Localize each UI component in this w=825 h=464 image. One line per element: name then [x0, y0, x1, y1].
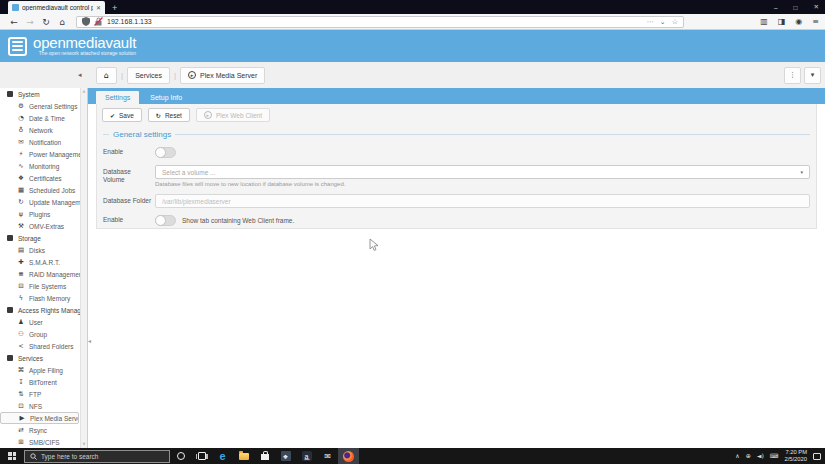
sidebar-item[interactable]: ⇄ Rsync	[0, 424, 87, 436]
database-volume-select[interactable]: Select a volume ... ▾	[155, 165, 810, 179]
browser-home-icon[interactable]: ⌂	[54, 17, 70, 27]
reload-icon[interactable]: ↻	[38, 17, 54, 27]
sidebar-item[interactable]: ▦ Scheduled Jobs	[0, 184, 87, 196]
sidebar-item[interactable]: ⚡ Power Management	[0, 148, 87, 160]
store-button[interactable]	[254, 448, 275, 464]
sidebar-item[interactable]: ↻ Update Management	[0, 196, 87, 208]
address-bar[interactable]: 192.168.1.133 ⋯ ⌄ ☆	[76, 16, 684, 28]
library-icon[interactable]: ▥	[760, 17, 768, 26]
general-settings-fieldset: General settings Enable Database Volume …	[97, 126, 816, 233]
edge-button[interactable]: e	[212, 448, 233, 464]
network-icon: ♁	[17, 127, 25, 134]
account-icon[interactable]: ◉	[795, 17, 802, 26]
sidebar-item[interactable]: ⚒ OMV-Extras	[0, 220, 87, 232]
reset-button[interactable]: ↻ Reset	[148, 108, 190, 122]
sidebar-splitter-handle[interactable]: ◂	[88, 338, 91, 344]
sidebar-item[interactable]: ϟ Flash Memory	[0, 292, 87, 304]
plex-web-client-button[interactable]: ▸ Plex Web Client	[196, 108, 270, 122]
pocket-icon[interactable]: ⌄	[660, 18, 666, 26]
save-button[interactable]: ✔ Save	[102, 108, 142, 122]
envelope-icon: ✉	[17, 139, 25, 146]
bookmark-star-icon[interactable]: ☆	[672, 18, 678, 26]
forward-icon[interactable]: →	[22, 17, 38, 27]
sidebar-item[interactable]: Access Rights Management	[0, 304, 87, 316]
scroll-up-icon[interactable]: ˄	[83, 89, 86, 95]
amazon-button[interactable]: a	[296, 448, 317, 464]
sidebar-item[interactable]: ❖ Certificates	[0, 172, 87, 184]
shield-icon[interactable]	[82, 17, 90, 26]
breadcrumb: ⌂ | Services | ▸ Plex Media Server	[96, 67, 265, 84]
nfs-icon: ⊡	[17, 403, 25, 410]
clock-date: 2/5/2020	[784, 456, 807, 463]
scroll-down-icon[interactable]: ˅	[83, 441, 86, 447]
window-close-button[interactable]: ✕	[814, 3, 819, 11]
sidebar-item[interactable]: ⇅ FTP	[0, 388, 87, 400]
sidebar-item[interactable]: ⊞ SMB/CIFS	[0, 436, 87, 448]
sidebar-item[interactable]: ⊟ File Systems	[0, 280, 87, 292]
mail-button[interactable]: ✉	[317, 448, 338, 464]
sidebar-item[interactable]: ⚇ Group	[0, 328, 87, 340]
sidebar-item[interactable]: ✚ S.M.A.R.T.	[0, 256, 87, 268]
file-explorer-button[interactable]	[233, 448, 254, 464]
sidebar-item[interactable]: ✉ Notification	[0, 136, 87, 148]
sidebar-scrollbar[interactable]: ˄ ˅	[80, 88, 87, 448]
new-tab-button[interactable]: +	[112, 2, 117, 14]
sidebar-item[interactable]: < Shared Folders	[0, 340, 87, 352]
taskbar-clock[interactable]: 7:20 PM 2/5/2020	[784, 449, 807, 462]
tab-settings[interactable]: Settings	[96, 91, 139, 104]
sidebar-item[interactable]: ψ Plugins	[0, 208, 87, 220]
sidebar-collapse-icon[interactable]: ◂	[78, 71, 82, 79]
menu-icon[interactable]: ≡	[812, 17, 819, 26]
disk-icon: ▤	[17, 247, 25, 254]
breadcrumb-services-button[interactable]: Services	[127, 67, 170, 84]
sidebar-item[interactable]: Storage	[0, 232, 87, 244]
mail-icon: ✉	[324, 452, 331, 461]
network-icon[interactable]: ⊕	[746, 453, 751, 459]
page-actions-icon[interactable]: ⋯	[647, 18, 654, 26]
navigation-sidebar: System ⚙ General Settings ◔ Date & Time …	[0, 88, 88, 448]
enable-toggle[interactable]	[155, 147, 176, 158]
sidebar-item[interactable]: ▤ Disks	[0, 244, 87, 256]
dropbox-button[interactable]: ❖	[275, 448, 296, 464]
tab-close-icon[interactable]: ✕	[96, 4, 101, 11]
sidebar-item[interactable]: Services	[0, 352, 87, 364]
more-menu-button[interactable]: ⋮	[784, 67, 801, 84]
sidebar-item[interactable]: ◔ Date & Time	[0, 112, 87, 124]
taskbar-search-box[interactable]: Type here to search	[24, 450, 170, 463]
back-icon[interactable]: ←	[6, 17, 22, 27]
sidebar-item[interactable]: ⊡ NFS	[0, 400, 87, 412]
sidebar-item[interactable]: ⚙ General Settings	[0, 100, 87, 112]
breadcrumb-home-button[interactable]: ⌂	[96, 67, 117, 84]
browser-tab[interactable]: openmediavault control pane ✕	[8, 1, 105, 14]
url-text[interactable]: 192.168.1.133	[107, 18, 643, 25]
web-client-enable-row: Enable Show tab containing Web Client fr…	[103, 215, 810, 226]
tab-title: openmediavault control pane	[22, 4, 93, 11]
window-minimize-button[interactable]: –	[774, 4, 778, 11]
sidebar-item[interactable]: ≣ RAID Management	[0, 268, 87, 280]
task-view-button[interactable]	[191, 448, 212, 464]
tab-setup-info[interactable]: Setup Info	[141, 91, 191, 104]
sidebar-item[interactable]: ⌘ Apple Filing	[0, 364, 87, 376]
sidebar-item[interactable]: ↧ BitTorrent	[0, 376, 87, 388]
sidebar-item[interactable]: System	[0, 88, 87, 100]
breadcrumb-current-button[interactable]: ▸ Plex Media Server	[180, 67, 265, 84]
cortana-button[interactable]	[170, 448, 191, 464]
insecure-lock-icon[interactable]	[94, 17, 103, 26]
start-button[interactable]	[0, 448, 24, 464]
firefox-button[interactable]	[338, 448, 359, 464]
web-client-toggle[interactable]	[155, 215, 176, 226]
speaker-icon[interactable]: ◄)	[757, 453, 764, 459]
sidebar-item[interactable]: ♁ Network	[0, 124, 87, 136]
sidebar-item[interactable]: ♟ User	[0, 316, 87, 328]
touch-keyboard-icon[interactable]: ⌨	[770, 453, 779, 459]
section-square-icon	[6, 235, 14, 241]
web-client-toggle-text: Show tab containing Web Client frame.	[182, 217, 294, 224]
window-maximize-button[interactable]: □	[794, 4, 798, 11]
sidebars-icon[interactable]: ◨	[778, 17, 786, 26]
sidebar-item[interactable]: ▶ Plex Media Server	[0, 412, 79, 424]
action-center-icon[interactable]	[813, 453, 821, 460]
caret-down-button[interactable]: ▾	[804, 67, 821, 84]
tray-caret-icon[interactable]: ∧	[735, 453, 739, 459]
sidebar-item[interactable]: ∿ Monitoring	[0, 160, 87, 172]
database-folder-row: Database Folder /var/lib/plexmediaserver	[103, 194, 810, 208]
